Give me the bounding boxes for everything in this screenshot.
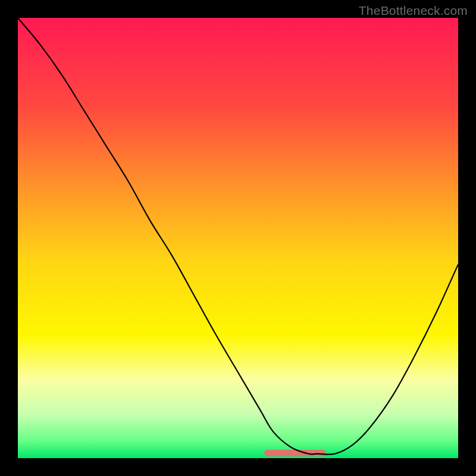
bottleneck-curve (18, 18, 458, 458)
watermark-text: TheBottleneck.com (359, 4, 468, 18)
plot-area (18, 18, 458, 458)
